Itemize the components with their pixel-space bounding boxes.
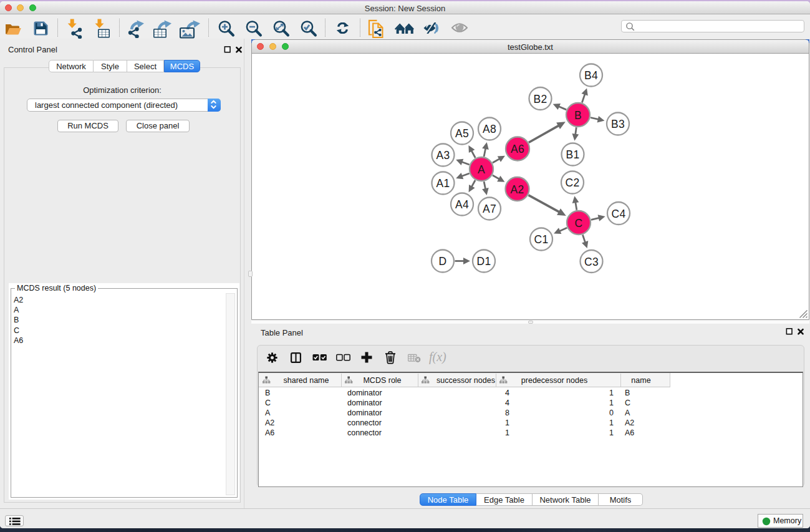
svg-text:A5: A5 — [455, 127, 469, 140]
svg-text:A3: A3 — [436, 149, 450, 162]
svg-text:C: C — [575, 217, 583, 230]
svg-text:C1: C1 — [534, 233, 549, 246]
svg-text:B3: B3 — [611, 118, 625, 130]
svg-text:D1: D1 — [477, 255, 491, 268]
svg-text:A4: A4 — [455, 198, 469, 211]
svg-text:C2: C2 — [566, 177, 580, 189]
svg-text:A6: A6 — [511, 143, 524, 155]
svg-text:B4: B4 — [584, 69, 598, 82]
svg-text:B: B — [574, 109, 582, 122]
svg-text:A: A — [478, 163, 485, 176]
svg-text:A2: A2 — [510, 183, 524, 196]
svg-text:D: D — [439, 255, 447, 268]
svg-text:C3: C3 — [584, 256, 599, 268]
svg-text:B2: B2 — [533, 93, 547, 105]
svg-text:C4: C4 — [612, 208, 626, 220]
svg-text:B1: B1 — [566, 148, 579, 161]
svg-text:A7: A7 — [483, 203, 496, 215]
svg-text:A1: A1 — [436, 177, 450, 190]
svg-text:A8: A8 — [483, 123, 496, 135]
